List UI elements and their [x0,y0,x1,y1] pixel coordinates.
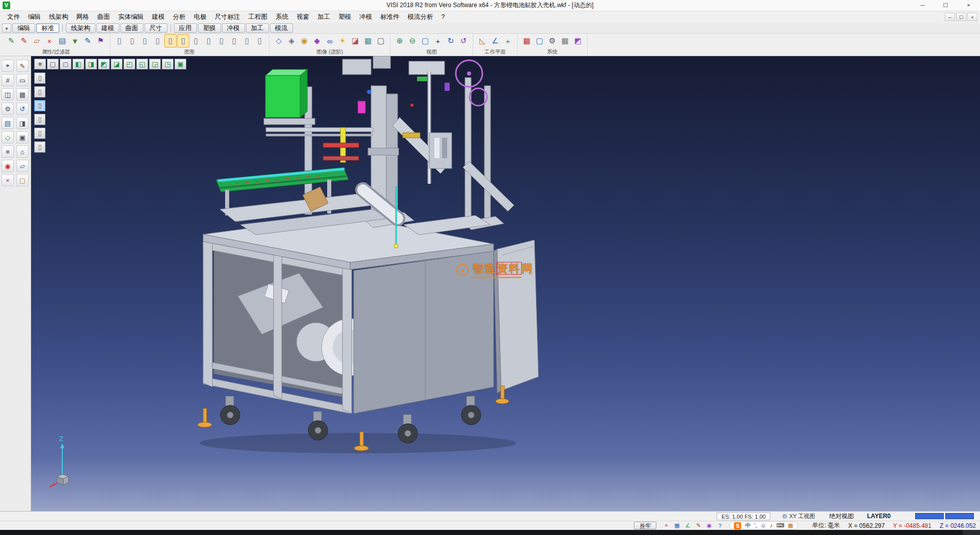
section-view-icon[interactable]: ◪ [349,34,361,47]
menu-help[interactable]: ? [437,11,449,22]
ime-emoji-icon[interactable]: ☺ [761,522,766,529]
close-icon[interactable]: × [2,174,14,186]
dynamic-rotate-button[interactable]: ▯ [34,72,45,84]
entity-mesh-icon[interactable]: ▯ [203,34,215,47]
filter-pencil-icon[interactable]: ✎ [82,34,94,47]
tab-modeling[interactable]: 建模 [96,23,119,33]
dynamic-zoom-button[interactable]: ▯ [34,100,45,111]
circle-icon[interactable]: ◉ [2,160,14,172]
tab-standard[interactable]: 标准 [36,23,59,33]
close-button[interactable]: × [957,0,980,11]
render-hidden-line-icon[interactable]: ◈ [285,34,298,47]
entity-text-icon[interactable]: ▯ [215,34,228,47]
view-iso-ne-button[interactable]: ◧ [72,59,84,69]
grid-icon[interactable]: ▦ [16,88,29,101]
display-settings-icon[interactable]: ▢ [533,34,546,47]
menu-electrode[interactable]: 电极 [190,11,211,22]
delete-icon[interactable]: × [43,34,56,47]
menu-solid-edit[interactable]: 实体编辑 [114,11,148,22]
view-mode-label[interactable]: 绝对视图 [829,512,854,521]
tab-dimension[interactable]: 尺寸 [144,23,167,33]
entity-arc-icon[interactable]: ▯ [139,34,151,47]
selection-flag-icon[interactable]: ⚑ [94,34,107,47]
tab-die[interactable]: 冲模 [222,23,245,33]
render-wireframe-icon[interactable]: ◇ [273,34,285,47]
menu-die[interactable]: 冲模 [355,11,376,22]
entity-solid-icon[interactable]: ▯ [190,34,202,47]
list-icon[interactable]: ≡ [2,145,14,158]
ime-toolbox-icon[interactable]: ▦ [788,522,793,529]
ime-voice-icon[interactable]: ♪ [770,522,773,529]
entity-curve-icon[interactable]: ▯ [164,34,177,47]
maximize-button[interactable]: ☐ [934,0,957,11]
view-front-button[interactable]: ◲ [149,59,161,69]
menu-standard-parts[interactable]: 标准件 [376,11,404,22]
menu-flow-analysis[interactable]: 模流分析 [404,11,437,22]
entity-surface-icon[interactable]: ▯ [177,34,189,47]
mdi-restore-button[interactable]: ☐ [956,13,966,21]
workplane-radio-icon[interactable] [782,514,787,519]
tab-mold[interactable]: 塑膜 [198,23,221,33]
entity-dimension-icon[interactable]: ▯ [228,34,240,47]
home-icon[interactable]: ⌂ [16,145,29,158]
tab-flow[interactable]: 模流 [270,23,293,33]
menu-modeling[interactable]: 建模 [148,11,169,22]
previous-view-icon[interactable]: ↺ [457,34,470,47]
cad-model-machine[interactable] [189,56,552,459]
menu-machining[interactable]: 加工 [313,11,334,22]
entity-symbol-icon[interactable]: ▯ [254,34,266,47]
diamond-icon[interactable]: ◇ [2,131,14,143]
current-layer-label[interactable]: LAYER0 [867,513,891,520]
ime-chinese-mode[interactable]: 中 [745,522,750,529]
layers-icon[interactable]: ▤ [2,117,14,129]
view-back-button[interactable]: ◳ [162,59,174,69]
entity-point-icon[interactable]: ▯ [113,34,126,47]
render-materials-icon[interactable]: ◆ [311,34,323,47]
menu-dimension[interactable]: 尺寸标注 [211,11,244,22]
status-angle-icon[interactable]: ∠ [683,522,692,529]
menu-wireframe[interactable]: 线架构 [45,11,72,22]
layer-color-swatch[interactable] [945,513,974,519]
status-pen-icon[interactable]: ✎ [694,522,703,529]
menu-mesh[interactable]: 网格 [72,11,93,22]
ime-punctuation[interactable]: ’, [754,522,757,529]
solid-icon[interactable]: ▣ [16,131,29,143]
attributes-pencil-red-icon[interactable]: ✎ [18,34,30,47]
workplane-free-icon[interactable]: + [502,34,514,47]
sogou-logo[interactable]: S [734,522,741,529]
current-color-swatch[interactable] [915,513,944,519]
mdi-close-button[interactable]: × [967,13,977,21]
toolbar-dropdown-button[interactable]: ▾ [2,23,11,33]
menu-edit[interactable]: 编辑 [24,11,45,22]
show-desktop-sliver[interactable] [963,530,980,535]
tab-wireframe[interactable]: 线架构 [66,23,95,33]
dynamic-previous-button[interactable]: ▯ [34,141,45,153]
menu-file[interactable]: 文件 [3,11,24,22]
view-bottom-button[interactable]: ◱ [136,59,148,69]
attributes-eraser-icon[interactable]: ▱ [31,34,43,47]
edit-icon[interactable]: ✎ [16,60,29,72]
zoom-out-icon[interactable]: ⊖ [406,34,419,47]
filter-funnel-icon[interactable]: ▼ [69,34,81,47]
windows-taskbar[interactable] [0,530,980,535]
snapshot-icon[interactable]: ▢ [375,34,387,47]
tab-application[interactable]: 应用 [174,23,197,33]
dynamic-pan-button[interactable]: ▯ [34,86,45,98]
gear-icon[interactable]: ⚙ [2,103,14,115]
minimize-button[interactable]: ─ [911,0,934,11]
background-icon[interactable]: ▦ [362,34,374,47]
view-iso-se-button[interactable]: ◩ [98,59,110,69]
view-axonometric-button[interactable]: ▣ [175,59,186,69]
stereo-glasses-icon[interactable]: ∞ [324,34,336,47]
pan-icon[interactable]: + [432,34,444,47]
entity-hatch-icon[interactable]: ▯ [241,34,253,47]
dynamic-fit-button[interactable]: ▯ [34,128,45,139]
view-top-button[interactable]: ◰ [124,59,135,69]
zoom-window-icon[interactable]: ▢ [419,34,431,47]
grid-snap-icon[interactable]: ▦ [559,34,571,47]
shade-icon[interactable]: ◨ [16,117,29,129]
status-info-icon[interactable]: ? [715,522,724,529]
render-shaded-icon[interactable]: ◉ [298,34,310,47]
dynamic-window-button[interactable]: ▯ [34,114,45,125]
workplane-xy-icon[interactable]: ◺ [476,34,488,47]
